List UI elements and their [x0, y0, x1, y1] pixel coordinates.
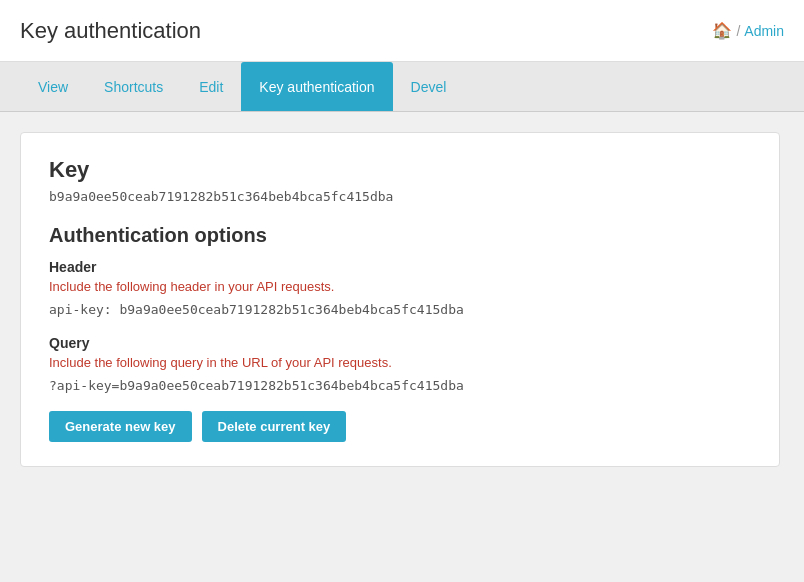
breadcrumb-admin-link[interactable]: Admin — [744, 23, 784, 39]
tab-key-authentication[interactable]: Key authentication — [241, 62, 392, 111]
query-code: ?api-key=b9a9a0ee50ceab7191282b51c364beb… — [49, 378, 751, 393]
page-title: Key authentication — [20, 18, 201, 44]
header-subtitle: Header — [49, 259, 751, 275]
header-code: api-key: b9a9a0ee50ceab7191282b51c364beb… — [49, 302, 751, 317]
delete-current-key-button[interactable]: Delete current key — [202, 411, 347, 442]
tab-edit[interactable]: Edit — [181, 62, 241, 111]
query-subtitle: Query — [49, 335, 751, 351]
key-value: b9a9a0ee50ceab7191282b51c364beb4bca5fc41… — [49, 189, 751, 204]
button-row: Generate new key Delete current key — [49, 411, 751, 442]
tab-shortcuts[interactable]: Shortcuts — [86, 62, 181, 111]
generate-new-key-button[interactable]: Generate new key — [49, 411, 192, 442]
breadcrumb: 🏠 / Admin — [712, 21, 784, 40]
auth-options-title: Authentication options — [49, 224, 751, 247]
tab-bar: View Shortcuts Edit Key authentication D… — [0, 62, 804, 112]
page-header: Key authentication 🏠 / Admin — [0, 0, 804, 62]
tab-view[interactable]: View — [20, 62, 86, 111]
content-card: Key b9a9a0ee50ceab7191282b51c364beb4bca5… — [20, 132, 780, 467]
tab-devel[interactable]: Devel — [393, 62, 465, 111]
header-description: Include the following header in your API… — [49, 279, 751, 294]
breadcrumb-separator: / — [736, 23, 740, 39]
query-description: Include the following query in the URL o… — [49, 355, 751, 370]
key-section-title: Key — [49, 157, 751, 183]
main-content: Key b9a9a0ee50ceab7191282b51c364beb4bca5… — [0, 112, 804, 487]
home-icon[interactable]: 🏠 — [712, 21, 732, 40]
